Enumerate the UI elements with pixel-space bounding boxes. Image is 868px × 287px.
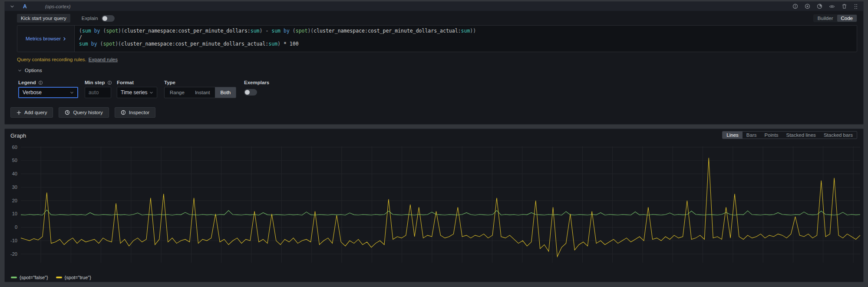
query-row-header[interactable]: A (ops-cortex) [5,2,863,11]
inspector-button[interactable]: Inspector [115,107,155,118]
style-option-bars[interactable]: Bars [743,132,761,139]
format-select[interactable]: Time series [117,87,157,98]
svg-text:40: 40 [12,171,17,176]
chevron-down-icon [149,91,153,95]
graph-style-switch: Lines Bars Points Stacked lines Stacked … [722,131,857,139]
query-ref-id: A [23,3,27,10]
svg-text:-10: -10 [10,238,17,243]
legend-field-label: Legend [18,80,43,85]
style-option-stacked-bars[interactable]: Stacked bars [820,132,857,139]
legend-item-spot-true[interactable]: {spot="true"} [56,275,91,280]
query-editor-panel: A (ops-cortex) Kick start your q [4,1,864,125]
chevron-down-icon [70,91,74,95]
min-step-input[interactable] [85,87,111,98]
recording-rules-notice: Query contains recording rules.Expand ru… [17,57,118,62]
format-field-label: Format [117,80,134,85]
query-type-group: Range Instant Both [164,87,236,98]
query-actions: Add query Query history Inspector [10,107,155,118]
explain-control: Explain [82,15,115,22]
svg-text:50: 50 [12,158,17,163]
legend-item-spot-false[interactable]: {spot="false"} [11,275,48,280]
legend-label: {spot="true"} [65,275,91,280]
code-mode-option[interactable]: Code [837,15,857,22]
info-icon [38,80,43,85]
svg-text:20: 20 [12,198,17,203]
kick-start-query-button[interactable]: Kick start your query [17,14,70,23]
timeseries-chart[interactable]: 6050403020100-10-20 [7,144,862,263]
legend-select-value: Verbose [23,89,42,96]
chart-area[interactable]: 6050403020100-10-20 [7,144,862,263]
datasource-name: (ops-cortex) [45,4,71,9]
metrics-browser-button[interactable]: Metrics browser [17,26,75,52]
svg-text:-20: -20 [10,251,17,257]
min-step-field-label: Min step [85,80,112,85]
chevron-down-icon [18,69,22,73]
chevron-down-icon[interactable] [10,4,14,9]
type-option-range[interactable]: Range [165,87,190,98]
add-query-button[interactable]: Add query [10,107,53,118]
explain-label: Explain [82,16,98,21]
type-option-both[interactable]: Both [215,87,236,98]
svg-text:30: 30 [12,185,17,190]
svg-text:60: 60 [12,145,17,150]
options-collapse-header[interactable]: Options [18,68,42,73]
metrics-browser-label: Metrics browser [26,36,61,41]
type-field-label: Type [164,80,175,85]
type-option-instant[interactable]: Instant [190,87,215,98]
chevron-right-icon [63,37,66,41]
style-option-lines[interactable]: Lines [723,132,743,139]
graph-panel: Graph Lines Bars Points Stacked lines St… [4,129,864,282]
graph-panel-title: Graph [10,132,26,139]
options-header-label: Options [25,68,42,73]
exemplars-field-label: Exemplars [244,80,269,85]
eye-icon[interactable] [829,4,835,9]
explain-toggle[interactable] [102,15,115,22]
builder-mode-option[interactable]: Builder [814,15,837,22]
editor-mode-switch: Builder Code [813,14,857,22]
chart-legend: {spot="false"} {spot="true"} [11,275,91,280]
legend-swatch [56,277,62,278]
record-circle-icon[interactable] [805,3,810,9]
svg-text:10: 10 [12,211,17,216]
drag-handle-icon[interactable] [854,3,858,10]
pie-chart-icon[interactable] [817,3,822,9]
exemplars-toggle[interactable] [244,89,257,96]
style-option-points[interactable]: Points [761,132,782,139]
notice-text: Query contains recording rules. [17,57,86,62]
info-icon [121,110,126,115]
style-option-stacked-lines[interactable]: Stacked lines [782,132,819,139]
history-clock-icon [65,110,70,115]
format-select-value: Time series [121,89,148,96]
expand-rules-link[interactable]: Expand rules [89,57,118,62]
info-icon [107,80,112,85]
legend-swatch [11,277,17,278]
query-row-actions [792,3,858,10]
help-circle-icon[interactable] [792,3,798,9]
trash-icon[interactable] [842,3,847,9]
query-toolbar: Kick start your query Explain Builder Co… [17,14,857,23]
svg-text:0: 0 [15,224,17,230]
promql-editor: Metrics browser (sum by (spot)(cluster_n… [17,25,857,52]
legend-select[interactable]: Verbose [18,87,78,98]
query-code[interactable]: (sum by (spot)(cluster_namespace:cost_pe… [75,26,857,52]
legend-label: {spot="false"} [20,275,48,280]
query-history-button[interactable]: Query history [59,107,109,118]
plus-icon [17,110,21,115]
